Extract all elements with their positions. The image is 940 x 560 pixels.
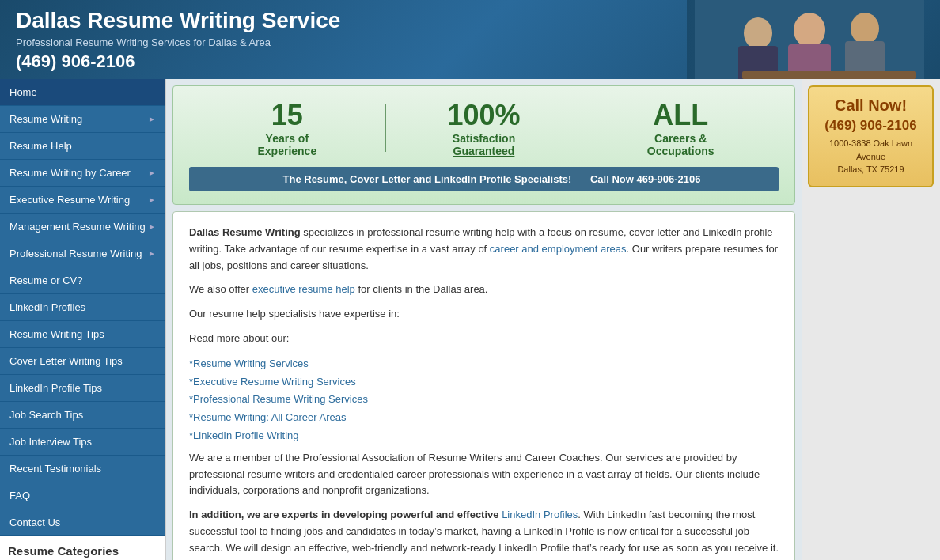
link-linkedin-profile-writing[interactable]: *LinkedIn Profile Writing (189, 427, 779, 445)
sidebar-item-executive-resume-writing[interactable]: Executive Resume Writing ► (0, 187, 165, 214)
sidebar-item-home[interactable]: Home (0, 79, 165, 106)
banner-tagline-text: The Resume, Cover Letter and LinkedIn Pr… (283, 173, 572, 185)
linkedin-profiles-link[interactable]: LinkedIn Profiles (502, 509, 578, 520)
header-image (687, 0, 924, 79)
sidebar-item-job-interview-tips[interactable]: Job Interview Tips (0, 429, 165, 456)
sidebar-item-professional-resume-writing[interactable]: Professional Resume Writing ► (0, 240, 165, 267)
content-p6: In addition, we are experts in developin… (189, 507, 779, 556)
career-employment-areas-link[interactable]: career and employment areas (490, 243, 627, 255)
svg-point-5 (851, 13, 879, 44)
sidebar-nav: Home Resume Writing ► Resume Help Resume… (0, 79, 165, 536)
banner: 15 Years of Experience 100% Satisfaction… (172, 85, 795, 205)
link-professional-resume-writing-services[interactable]: *Professional Resume Writing Services (189, 391, 779, 409)
sidebar-item-cover-letter-tips[interactable]: Cover Letter Writing Tips (0, 348, 165, 375)
call-box: Call Now! (469) 906-2106 1000-3838 Oak L… (808, 85, 934, 187)
main-content: 15 Years of Experience 100% Satisfaction… (166, 79, 802, 560)
header: Dallas Resume Writing Service Profession… (0, 0, 940, 79)
link-resume-writing-career-areas[interactable]: *Resume Writing: All Career Areas (189, 409, 779, 427)
banner-satisfaction-label1: Satisfaction (386, 132, 582, 145)
header-phone[interactable]: (469) 906-2106 (16, 51, 687, 72)
content-p2: We also offer executive resume help for … (189, 282, 779, 298)
banner-years-label1: Years of (189, 132, 385, 145)
sidebar-item-resume-writing-career[interactable]: Resume Writing by Career ► (0, 160, 165, 187)
call-now-label: Call Now! (817, 96, 924, 115)
content-p2-start: We also offer (189, 283, 252, 295)
banner-satisfaction: 100% (386, 99, 582, 132)
dallas-resume-writing-bold: Dallas Resume Writing (189, 226, 301, 238)
header-people-illustration (695, 0, 924, 79)
header-text: Dallas Resume Writing Service Profession… (16, 8, 687, 72)
sidebar-item-recent-testimonials[interactable]: Recent Testimonials (0, 456, 165, 482)
content-p3: Our resume help specialists have experti… (189, 306, 779, 323)
sidebar-item-management-resume-writing[interactable]: Management Resume Writing ► (0, 214, 165, 240)
content-p5: We are a member of the Professional Asso… (189, 450, 779, 499)
resume-categories: Resume Categories Executive Resume Writi… (0, 536, 165, 560)
banner-careers-label1: Careers & (582, 132, 779, 145)
sidebar: Home Resume Writing ► Resume Help Resume… (0, 79, 166, 560)
site-subtitle: Professional Resume Writing Services for… (16, 36, 687, 48)
link-executive-resume-writing-services[interactable]: *Executive Resume Writing Services (189, 373, 779, 392)
call-address-line1: 1000-3838 Oak Lawn Avenue (817, 137, 924, 163)
banner-stats: 15 Years of Experience 100% Satisfaction… (189, 99, 779, 157)
arrow-icon: ► (148, 222, 156, 231)
sidebar-item-faq[interactable]: FAQ (0, 482, 165, 509)
banner-stat-careers: ALL Careers & Occupations (582, 99, 779, 157)
banner-tagline: The Resume, Cover Letter and LinkedIn Pr… (189, 167, 779, 191)
banner-stat-satisfaction: 100% Satisfaction Guaranteed (386, 99, 582, 157)
banner-stat-experience: 15 Years of Experience (189, 99, 385, 157)
sidebar-item-job-search-tips[interactable]: Job Search Tips (0, 402, 165, 429)
sidebar-item-resume-or-cv[interactable]: Resume or CV? (0, 267, 165, 294)
call-address-line2: Dallas, TX 75219 (817, 163, 924, 176)
svg-point-1 (744, 17, 772, 49)
banner-tagline-cta: Call Now 469-906-2106 (590, 173, 700, 185)
content-p6-start: In addition, we are experts in developin… (189, 509, 502, 520)
sidebar-item-resume-writing-tips[interactable]: Resume Writing Tips (0, 321, 165, 348)
content-link-list: *Resume Writing Services *Executive Resu… (189, 355, 779, 445)
banner-all: ALL (582, 99, 779, 132)
call-phone-number[interactable]: (469) 906-2106 (817, 118, 924, 134)
arrow-icon: ► (148, 195, 156, 204)
executive-resume-help-link[interactable]: executive resume help (252, 283, 355, 295)
content-p4: Read more about our: (189, 331, 779, 347)
sidebar-item-resume-writing[interactable]: Resume Writing ► (0, 106, 165, 133)
banner-years-label2: Experience (189, 145, 385, 157)
sidebar-item-linkedin-profiles[interactable]: LinkedIn Profiles (0, 294, 165, 321)
content-box: Dallas Resume Writing specializes in pro… (172, 211, 795, 560)
link-resume-writing-services[interactable]: *Resume Writing Services (189, 355, 779, 373)
sidebar-item-contact-us[interactable]: Contact Us (0, 509, 165, 536)
arrow-icon: ► (148, 168, 156, 177)
site-title: Dallas Resume Writing Service (16, 8, 687, 33)
svg-point-3 (794, 13, 825, 47)
sidebar-item-resume-help[interactable]: Resume Help (0, 133, 165, 160)
content-p2-end: for clients in the Dallas area. (355, 283, 488, 295)
resume-categories-title: Resume Categories (8, 544, 157, 560)
svg-rect-7 (742, 71, 916, 79)
banner-satisfaction-label2: Guaranteed (386, 145, 582, 157)
sidebar-item-linkedin-profile-tips[interactable]: LinkedIn Profile Tips (0, 375, 165, 402)
main-wrapper: Home Resume Writing ► Resume Help Resume… (0, 79, 940, 560)
arrow-icon: ► (148, 115, 156, 123)
banner-years: 15 (189, 99, 385, 132)
content-p1: Dallas Resume Writing specializes in pro… (189, 225, 779, 274)
right-sidebar: Call Now! (469) 906-2106 1000-3838 Oak L… (802, 79, 940, 560)
arrow-icon: ► (148, 249, 156, 258)
banner-careers-label2: Occupations (582, 145, 779, 157)
